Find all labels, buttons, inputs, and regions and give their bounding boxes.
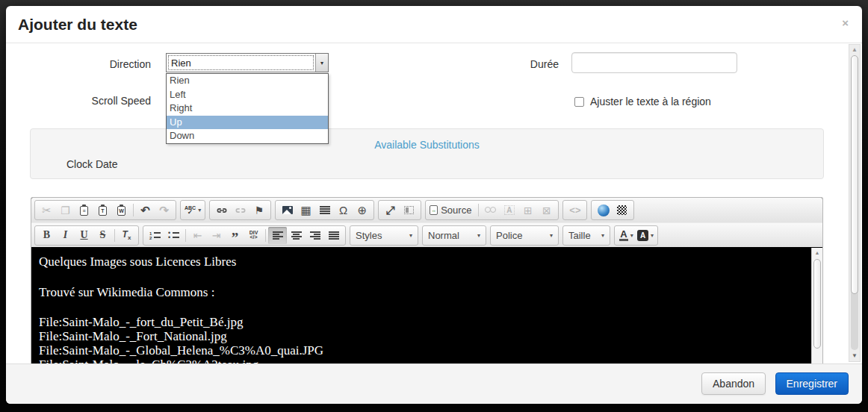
bold-icon[interactable]: B xyxy=(37,227,56,244)
rich-text-editor: ✂ ❐ ≡ T W ↶ ↷ ABC ✓ ▾ xyxy=(31,197,823,363)
size-combo[interactable]: Taille ▾ xyxy=(562,225,610,246)
file-line-4: File:Saint-Malo_-_le_Ch%C3%A2teau.jpg xyxy=(39,358,815,363)
iframe-globe-icon[interactable]: ⊕ xyxy=(353,202,371,219)
editor-toolbar-row-1: ✂ ❐ ≡ T W ↶ ↷ ABC ✓ ▾ xyxy=(31,198,822,222)
find-icon[interactable] xyxy=(481,202,500,219)
colors-group: A ▾ A ▾ xyxy=(614,225,658,246)
basicstyles-group: B I U S Tx xyxy=(34,225,139,246)
scroll-speed-label: Scroll Speed xyxy=(6,95,151,107)
world-globe-icon[interactable] xyxy=(594,202,613,219)
editor-file-list: File:Saint-Malo_-_fort_du_Petit_Bé.jpg F… xyxy=(39,315,815,363)
direction-select[interactable]: Rien ▾ xyxy=(166,53,329,72)
replace-icon[interactable]: A xyxy=(500,202,518,219)
indent-icon[interactable]: ⇥ xyxy=(207,227,226,244)
unlink-icon[interactable] xyxy=(231,202,249,219)
scroll-down-icon[interactable]: ▼ xyxy=(849,353,860,359)
font-caret-icon: ▾ xyxy=(550,232,553,239)
fit-region-checkbox[interactable] xyxy=(574,97,584,107)
save-button[interactable]: Enregistrer xyxy=(775,372,849,395)
duree-input[interactable] xyxy=(571,52,737,73)
editor-paragraph-1: Quelques Images sous Licences Libres xyxy=(39,254,815,269)
add-text-modal: Ajouter du texte × Direction Rien ▾ Rien… xyxy=(6,6,862,404)
align-center-icon[interactable] xyxy=(287,227,306,244)
text-color-icon[interactable]: A ▾ xyxy=(617,227,636,244)
cut-icon[interactable]: ✂ xyxy=(37,202,56,219)
fit-region-label: Ajuster le texte à la région xyxy=(590,96,711,107)
direction-select-value: Rien xyxy=(167,54,315,72)
align-justify-icon[interactable] xyxy=(324,227,343,244)
editor-scroll-up-icon[interactable]: ▲ xyxy=(812,248,822,258)
align-left-icon[interactable] xyxy=(268,227,287,244)
horizontal-rule-icon[interactable] xyxy=(315,202,334,219)
file-line-2: File:Saint-Malo_-_Fort_National.jpg xyxy=(39,329,815,343)
source-group: ‹› Source A ⊞ ⊠ xyxy=(425,200,559,220)
cancel-button[interactable]: Abandon xyxy=(701,372,766,395)
direction-option-left[interactable]: Left xyxy=(167,88,328,102)
direction-dropdown-list: Rien Left Right Up Down xyxy=(166,73,329,144)
align-right-icon[interactable] xyxy=(306,227,324,244)
source-doc-icon: ‹› xyxy=(430,205,438,215)
format-combo[interactable]: Normal ▾ xyxy=(422,225,486,246)
redo-icon[interactable]: ↷ xyxy=(155,202,173,219)
special-char-icon[interactable]: Ω xyxy=(334,202,353,219)
close-icon[interactable]: × xyxy=(842,17,849,28)
modal-scrollbar[interactable]: ▲ ▼ xyxy=(849,44,861,362)
table-icon[interactable]: ▦ xyxy=(297,202,315,219)
blockquote-icon[interactable]: ” xyxy=(226,227,244,244)
direction-option-right[interactable]: Right xyxy=(167,102,328,116)
numbered-list-icon[interactable] xyxy=(146,227,164,244)
editor-scrollbar-thumb[interactable] xyxy=(813,259,821,349)
remove-comment-icon[interactable]: ⊠ xyxy=(537,202,556,219)
toolbar-separator xyxy=(265,229,266,242)
code-group: <> xyxy=(562,200,587,220)
paste-text-icon[interactable]: T xyxy=(93,202,112,219)
size-caret-icon: ▾ xyxy=(601,232,604,239)
editor-scrollbar[interactable]: ▲ xyxy=(811,248,822,363)
styles-caret-icon: ▾ xyxy=(409,232,412,239)
substitutions-panel: Available Substitutions Clock Date xyxy=(30,128,824,179)
source-button[interactable]: ‹› Source xyxy=(428,202,476,219)
paste-icon[interactable]: ≡ xyxy=(75,202,93,219)
maximize-icon[interactable]: ⤢ xyxy=(381,202,400,219)
toolbar-separator xyxy=(114,229,115,242)
direction-option-rien[interactable]: Rien xyxy=(167,74,328,88)
qr-code-icon[interactable] xyxy=(613,202,631,219)
font-combo[interactable]: Police ▾ xyxy=(490,225,559,246)
direction-option-up[interactable]: Up xyxy=(167,116,328,130)
paragraph-group: ⇤ ⇥ ” DIV</> xyxy=(143,225,346,246)
undo-icon[interactable]: ↶ xyxy=(136,202,155,219)
toolbar-separator xyxy=(478,204,479,216)
remove-format-icon[interactable]: Tx xyxy=(117,227,136,244)
bullet-list-icon[interactable] xyxy=(164,227,183,244)
paste-word-icon[interactable]: W xyxy=(112,202,131,219)
editor-content[interactable]: Quelques Images sous Licences Libres Tro… xyxy=(31,248,822,363)
copy-icon[interactable]: ❐ xyxy=(56,202,75,219)
add-comment-icon[interactable]: ⊞ xyxy=(518,202,537,219)
strikethrough-icon[interactable]: S xyxy=(93,227,112,244)
editor-toolbar-row-2: B I U S Tx ⇤ ⇥ ” DIV</> xyxy=(31,222,822,247)
modal-title: Ajouter du texte xyxy=(18,16,862,34)
outdent-icon[interactable]: ⇤ xyxy=(188,227,207,244)
duree-label: Durée xyxy=(424,58,559,70)
modal-scrollbar-thumb[interactable] xyxy=(851,55,858,294)
direction-option-down[interactable]: Down xyxy=(167,129,328,143)
tools-group: ⤢ xyxy=(378,200,421,220)
div-container-icon[interactable]: DIV</> xyxy=(244,227,263,244)
available-substitutions-link[interactable]: Available Substitutions xyxy=(31,139,823,151)
spellcheck-group: ABC ✓ ▾ xyxy=(180,200,205,220)
image-icon[interactable] xyxy=(278,202,297,219)
styles-combo[interactable]: Styles ▾ xyxy=(350,225,418,246)
toolbar-separator xyxy=(133,204,134,216)
show-blocks-icon[interactable] xyxy=(400,202,418,219)
anchor-flag-icon[interactable]: ⚑ xyxy=(249,202,268,219)
select-arrow-icon[interactable]: ▾ xyxy=(315,54,328,72)
scroll-up-icon[interactable]: ▲ xyxy=(849,47,860,53)
link-icon[interactable] xyxy=(212,202,231,219)
background-color-icon[interactable]: A ▾ xyxy=(636,227,655,244)
toolbar-separator xyxy=(185,229,186,242)
underline-icon[interactable]: U xyxy=(75,227,93,244)
code-snippet-icon[interactable]: <> xyxy=(565,202,584,219)
spellcheck-icon[interactable]: ABC ✓ ▾ xyxy=(183,202,202,219)
italic-icon[interactable]: I xyxy=(56,227,75,244)
editor-paragraph-2: Trouvé sur Wikimedia Commons : xyxy=(39,284,815,300)
